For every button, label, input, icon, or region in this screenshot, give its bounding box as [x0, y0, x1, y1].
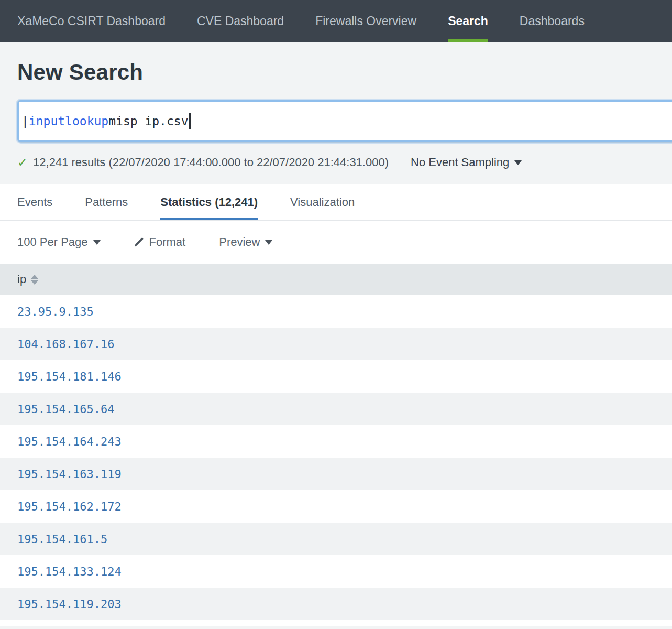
nav-item-label: Firewalls Overview: [315, 14, 416, 28]
sort-icon[interactable]: [31, 275, 38, 285]
table-body: 23.95.9.135 104.168.167.16 195.154.181.1…: [0, 295, 672, 626]
tab-events[interactable]: Events: [17, 184, 52, 220]
ip-cell[interactable]: 195.154.163.119: [17, 468, 122, 481]
query-pipe: |: [21, 114, 29, 128]
nav-item-xameco-csirt-dashboard[interactable]: XaMeCo CSIRT Dashboard: [17, 0, 166, 42]
nav-item-search[interactable]: Search: [448, 0, 488, 42]
format-label: Format: [149, 235, 186, 249]
query-command: inputlookup: [29, 114, 108, 128]
nav-item-label: CVE Dashboard: [197, 14, 284, 28]
ip-cell[interactable]: 195.154.162.172: [17, 500, 122, 513]
pencil-icon: [134, 237, 144, 247]
nav-item-label: XaMeCo CSIRT Dashboard: [17, 14, 166, 28]
event-sampling-label: No Event Sampling: [411, 156, 509, 169]
chevron-down-icon: [514, 160, 522, 165]
table-header-row: ip: [0, 264, 672, 295]
table-row: 195.154.164.243: [0, 425, 672, 458]
text-cursor: [189, 113, 191, 129]
check-icon: ✓: [17, 155, 28, 170]
statistics-toolbar: 100 Per Page Format Preview: [0, 221, 672, 264]
ip-cell[interactable]: 195.154.119.203: [17, 598, 122, 611]
nav-item-dashboards[interactable]: Dashboards: [520, 0, 585, 42]
page-title: New Search: [17, 60, 655, 85]
ip-cell[interactable]: 104.168.167.16: [17, 338, 114, 351]
tab-statistics[interactable]: Statistics (12,241): [160, 184, 258, 220]
column-header-ip[interactable]: ip: [17, 273, 26, 286]
table-row: 195.154.165.64: [0, 393, 672, 425]
partial-next-row: [0, 620, 672, 626]
event-sampling-dropdown[interactable]: No Event Sampling: [411, 156, 522, 169]
results-tab-bar: Events Patterns Statistics (12,241) Visu…: [0, 184, 672, 221]
nav-item-label: Search: [448, 14, 488, 28]
results-summary-text: 12,241 results (22/07/2020 17:44:00.000 …: [33, 156, 389, 169]
nav-item-firewalls-overview[interactable]: Firewalls Overview: [315, 0, 416, 42]
table-row: 195.154.163.119: [0, 458, 672, 490]
preview-dropdown[interactable]: Preview: [219, 235, 272, 249]
preview-label: Preview: [219, 235, 260, 249]
tab-label: Events: [17, 196, 52, 209]
ip-cell[interactable]: 195.154.161.5: [17, 533, 107, 546]
results-summary-line: ✓ 12,241 results (22/07/2020 17:44:00.00…: [17, 155, 672, 170]
ip-cell[interactable]: 23.95.9.135: [17, 305, 94, 318]
table-row: 195.154.119.203: [0, 588, 672, 620]
chevron-down-icon: [265, 240, 272, 245]
active-nav-underline: [448, 39, 488, 42]
per-page-dropdown[interactable]: 100 Per Page: [17, 235, 101, 249]
table-row: 195.154.133.124: [0, 555, 672, 588]
format-button[interactable]: Format: [134, 235, 186, 249]
table-row: 104.168.167.16: [0, 328, 672, 360]
nav-item-cve-dashboard[interactable]: CVE Dashboard: [197, 0, 284, 42]
table-row: 195.154.162.172: [0, 490, 672, 523]
ip-cell[interactable]: 195.154.164.243: [17, 435, 122, 448]
table-row: 23.95.9.135: [0, 295, 672, 328]
ip-cell[interactable]: 195.154.133.124: [17, 565, 122, 578]
table-row: 195.154.161.5: [0, 523, 672, 555]
tab-visualization[interactable]: Visualization: [290, 184, 355, 220]
ip-cell[interactable]: 195.154.181.146: [17, 370, 122, 383]
tab-label: Statistics (12,241): [160, 196, 258, 209]
tab-label: Patterns: [85, 196, 128, 209]
query-argument: misp_ip.csv: [108, 114, 188, 128]
tab-label: Visualization: [290, 196, 355, 209]
table-row: 195.154.181.146: [0, 360, 672, 393]
search-query-input[interactable]: |inputlookup misp_ip.csv: [17, 100, 672, 142]
nav-item-label: Dashboards: [520, 14, 585, 28]
top-navbar: XaMeCo CSIRT Dashboard CVE Dashboard Fir…: [0, 0, 672, 42]
per-page-label: 100 Per Page: [17, 235, 88, 249]
active-tab-underline: [160, 218, 258, 220]
ip-cell[interactable]: 195.154.165.64: [17, 403, 114, 416]
chevron-down-icon: [93, 240, 101, 245]
tab-patterns[interactable]: Patterns: [85, 184, 128, 220]
